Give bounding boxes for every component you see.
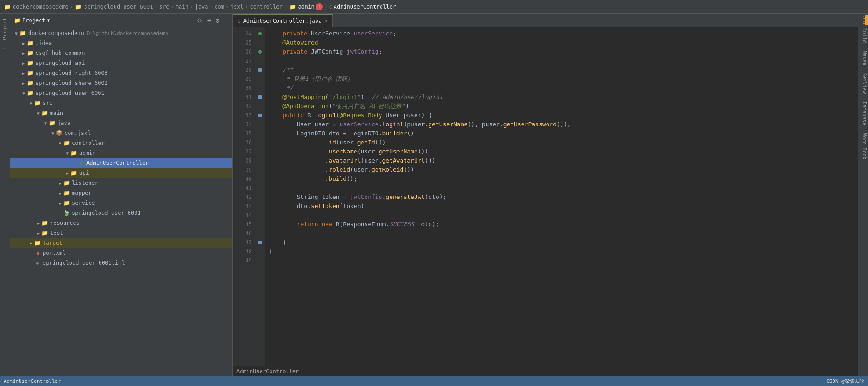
breadcrumb-item-7[interactable]: jsxl: [231, 4, 244, 10]
tree-item-spring-main[interactable]: ▶ 🍃 springcloud_user_6001: [10, 208, 232, 218]
status-file: AdminUserController: [4, 378, 61, 384]
folder-icon-java: 📁: [48, 119, 55, 127]
panel-dropdown-icon[interactable]: ▼: [47, 18, 50, 23]
code-line-45: return new R(ResponseEnum.SUCCESS, dto);: [268, 220, 854, 229]
tree-label-share: springcloud_share_6002: [35, 80, 108, 86]
code-line-46: [268, 229, 854, 238]
tree-item-target[interactable]: ▶ 📁 target: [10, 238, 232, 248]
tab-label: AdminUserController.java: [243, 18, 322, 24]
code-line-49: [268, 256, 854, 265]
code-line-27: [268, 56, 854, 65]
gutter-item-45: [256, 220, 265, 229]
folder-icon-test: 📁: [41, 229, 48, 237]
tree-item-test[interactable]: ▶ 📁 test: [10, 228, 232, 238]
status-bar: AdminUserController CSDN @深情以吹: [0, 376, 868, 386]
breadcrumb-item-admin[interactable]: 📁 admin !: [289, 3, 323, 10]
status-left: AdminUserController: [4, 378, 61, 384]
tree-item-admin[interactable]: ▼ 📁 admin: [10, 148, 232, 158]
tree-label-mapper: mapper: [72, 190, 91, 196]
tree-arrow-root: ▼: [14, 30, 19, 36]
code-line-38: .avatarUrl(user.getAvatarUrl()): [268, 156, 854, 165]
collapse-icon[interactable]: ≡: [206, 16, 212, 25]
breadcrumb-item-6[interactable]: com: [214, 4, 224, 10]
tree-item-share[interactable]: ▶ 📁 springcloud_share_6002: [10, 78, 232, 88]
tree-label-idea: .idea: [35, 40, 52, 46]
tree-label-right: springcloud_right_6003: [35, 70, 108, 76]
tree-label-resources: resources: [50, 220, 80, 226]
tree-label-csqf: csqf_hub_common: [35, 50, 85, 56]
sync-icon[interactable]: ⟳: [196, 16, 204, 25]
gutter-item-26: [256, 47, 265, 56]
line-number-26: 26: [233, 47, 256, 56]
tree-label-spring-main: springcloud_user_6001: [72, 210, 141, 216]
tree-item-listener[interactable]: ▶ 📁 listener: [10, 178, 232, 188]
line-number-42: 42: [233, 193, 256, 202]
tree-label-pom: pom.xml: [43, 250, 66, 256]
code-line-30: */: [268, 84, 854, 93]
folder-icon-csqf: 📁: [26, 49, 34, 57]
tree-item-csqf[interactable]: ▶ 📁 csqf_hub_common: [10, 48, 232, 58]
tree-label-main: main: [50, 110, 63, 116]
tree-item-main[interactable]: ▼ 📁 main: [10, 108, 232, 118]
right-strip-maven[interactable]: Maven: [858, 48, 868, 69]
breadcrumb-item-5[interactable]: java: [195, 4, 208, 10]
tree-item-root[interactable]: ▼ 📁 dockercomposedemo D:\github\dockerco…: [10, 28, 232, 38]
tree-item-user6001[interactable]: ▼ 📁 springcloud_user_6001: [10, 88, 232, 98]
tree-item-mapper[interactable]: ▶ 📁 mapper: [10, 188, 232, 198]
settings-icon[interactable]: ⚙: [215, 16, 220, 25]
code-line-40: .build();: [268, 174, 854, 183]
minimize-icon[interactable]: —: [223, 16, 229, 25]
tree-item-src[interactable]: ▼ 📁 src: [10, 98, 232, 108]
breadcrumb-item-3[interactable]: src: [159, 4, 169, 10]
code-line-37: .userName(user.getUserName()): [268, 147, 854, 156]
breadcrumb-item-8[interactable]: controller: [250, 4, 282, 10]
breadcrumb-bar: 📁 dockercomposedemo › 📁 springcloud_user…: [0, 0, 868, 14]
tree-item-right[interactable]: ▶ 📁 springcloud_right_6003: [10, 68, 232, 78]
package-icon: 📦: [55, 129, 63, 137]
breadcrumb-item-4[interactable]: main: [176, 4, 189, 10]
panel-title-area: 📁 Project ▼: [14, 17, 50, 24]
tree-item-pom[interactable]: ▶ m pom.xml: [10, 248, 232, 258]
right-indicator-1: [865, 15, 868, 25]
tree-item-admincontroller[interactable]: ▶ c AdminUserController: [10, 158, 232, 168]
tree-arrow-java: ▼: [43, 120, 48, 126]
tab-close-icon[interactable]: ×: [325, 18, 328, 24]
breadcrumb-label-8: controller: [250, 4, 282, 10]
breadcrumb-item-1[interactable]: 📁 dockercomposedemo: [4, 3, 69, 10]
line-number-49: 49: [233, 256, 256, 265]
code-content[interactable]: private UserService userService; @Autowi…: [265, 27, 858, 366]
right-strip-setview[interactable]: SetView: [858, 70, 868, 97]
tree-item-java[interactable]: ▼ 📁 java: [10, 118, 232, 128]
folder-icon-user6001: 📁: [26, 89, 34, 97]
tab-admin-controller[interactable]: c AdminUserController.java ×: [233, 14, 333, 27]
tree-label-api: springcloud_api: [35, 60, 85, 66]
breadcrumb-item-2[interactable]: 📁 springcloud_user_6001: [75, 3, 153, 10]
breadcrumb-label-7: jsxl: [231, 4, 244, 10]
gutter-item-31: [256, 93, 265, 102]
line-number-41: 41: [233, 183, 256, 193]
tree-label-java: java: [57, 120, 70, 126]
code-line-25: @Autowired: [268, 38, 854, 47]
tree-item-api-folder[interactable]: ▶ 📁 api: [10, 168, 232, 178]
tree-item-iml[interactable]: ▶ ◆ springcloud_user_6001.iml: [10, 258, 232, 268]
gutter-item-46: [256, 229, 265, 238]
tree-item-idea[interactable]: ▶ 📁 .idea: [10, 38, 232, 48]
right-strip-database[interactable]: Database: [858, 99, 868, 128]
tree-arrow-admin: ▼: [65, 150, 70, 156]
code-line-33: public R login1(@RequestBody User puser)…: [268, 111, 854, 120]
line-number-24: 24: [233, 29, 256, 38]
right-strip-word-book[interactable]: Word Book: [858, 130, 868, 163]
folder-icon-root: 📁: [19, 30, 26, 37]
breadcrumb-item-class[interactable]: c AdminUserController: [329, 4, 396, 10]
line-number-48: 48: [233, 247, 256, 256]
tree-item-controller[interactable]: ▼ 📁 controller: [10, 138, 232, 148]
tree-arrow-user6001: ▼: [21, 90, 26, 96]
tree-item-api[interactable]: ▶ 📁 springcloud_api: [10, 58, 232, 68]
line-number-40: 40: [233, 174, 256, 183]
tree-item-service[interactable]: ▶ 📁 service: [10, 198, 232, 208]
project-strip-label[interactable]: 1: Project: [2, 14, 8, 53]
breadcrumb-label-3: src: [159, 4, 169, 10]
tree-item-resources[interactable]: ▶ 📁 resources: [10, 218, 232, 228]
gutter-item-29: [256, 74, 265, 84]
tree-item-comjsxl[interactable]: ▼ 📦 com.jsxl: [10, 128, 232, 138]
